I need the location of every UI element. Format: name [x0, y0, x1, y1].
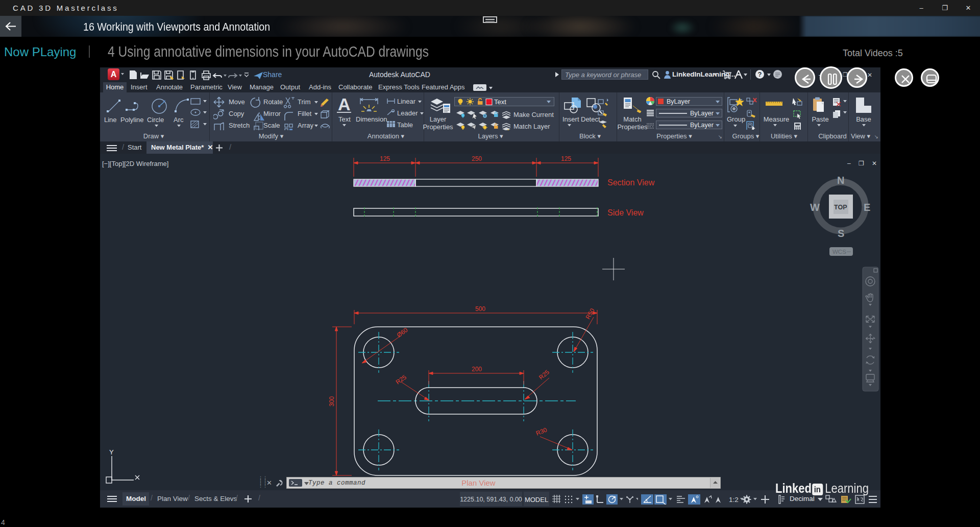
- svg-text:200: 200: [472, 366, 482, 373]
- svg-text:250: 250: [472, 155, 482, 162]
- svg-text:E: E: [864, 202, 870, 213]
- svg-text:Y: Y: [109, 448, 114, 456]
- svg-text:500: 500: [475, 305, 485, 313]
- svg-text:R25: R25: [395, 373, 408, 386]
- svg-text:W: W: [810, 202, 820, 213]
- svg-text:S: S: [838, 228, 844, 239]
- svg-text:125: 125: [561, 155, 571, 162]
- svg-text:Section View: Section View: [607, 178, 655, 187]
- svg-text:R25: R25: [537, 368, 551, 381]
- svg-text:Side View: Side View: [607, 208, 644, 217]
- svg-text:Ø60: Ø60: [396, 326, 409, 339]
- svg-text:R30: R30: [535, 426, 548, 437]
- svg-text:125: 125: [380, 155, 390, 162]
- svg-text:1:2: 1:2: [729, 496, 739, 504]
- svg-text:N: N: [837, 175, 844, 186]
- svg-text:300: 300: [328, 396, 335, 406]
- svg-text:WCS: WCS: [832, 249, 846, 255]
- svg-text:TOP: TOP: [834, 204, 847, 211]
